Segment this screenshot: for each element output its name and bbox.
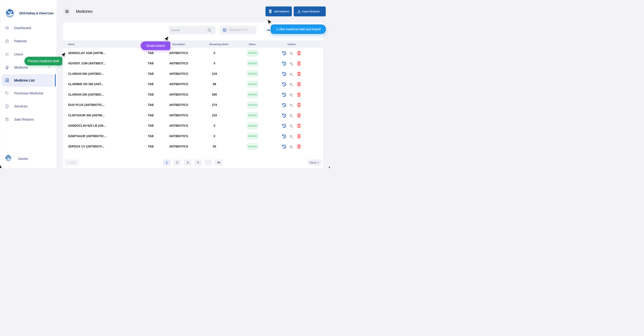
svg-text:1: 1 [224, 30, 225, 31]
svg-text:3: 3 [5, 81, 6, 82]
svg-text:2: 2 [5, 80, 6, 81]
svg-text:DGS: DGS [8, 9, 11, 10]
svg-text:1: 1 [5, 78, 6, 80]
svg-text:DGS: DGS [7, 155, 10, 156]
